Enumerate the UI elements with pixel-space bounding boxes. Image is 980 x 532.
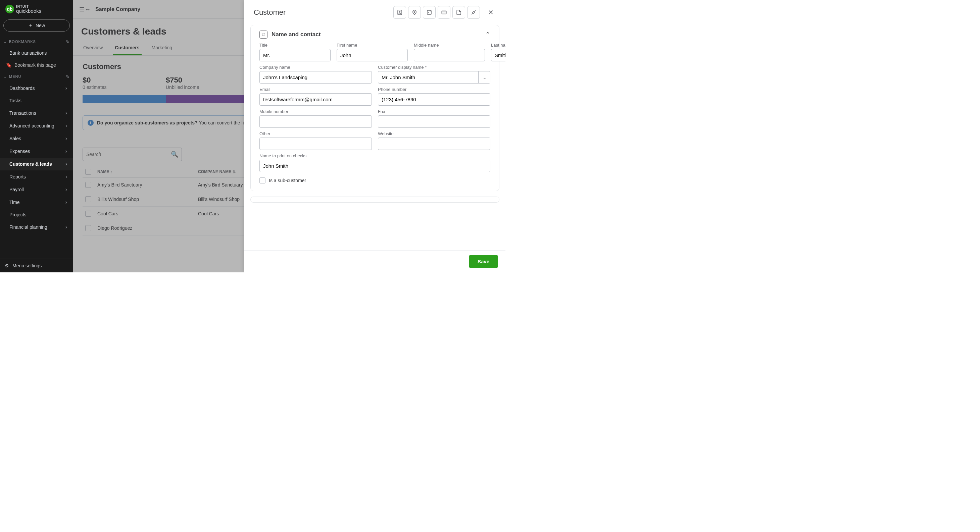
sidebar-item-expenses[interactable]: Expenses› bbox=[0, 145, 73, 158]
cell-name: Diego Rodriguez bbox=[97, 226, 198, 231]
chevron-right-icon: › bbox=[65, 148, 67, 154]
mobile-label: Mobile number bbox=[259, 109, 372, 114]
sidebar-item-time[interactable]: Time› bbox=[0, 196, 73, 209]
svg-point-2 bbox=[414, 11, 415, 13]
logo-brand-large: quickbooks bbox=[16, 8, 41, 13]
tab-marketing[interactable]: Marketing bbox=[150, 41, 174, 56]
bar-unbilled[interactable] bbox=[166, 95, 249, 103]
last-name-field[interactable] bbox=[491, 49, 506, 61]
sidebar-item-bank-transactions[interactable]: Bank transactions bbox=[0, 47, 73, 59]
tab-customers[interactable]: Customers bbox=[113, 41, 141, 56]
display-name-label: Customer display name * bbox=[378, 65, 490, 70]
document-icon[interactable] bbox=[452, 6, 465, 19]
sidebar-item-advanced-accounting[interactable]: Advanced accounting› bbox=[0, 119, 73, 132]
gear-icon: ⚙ bbox=[5, 263, 9, 268]
search-input[interactable] bbox=[86, 152, 171, 157]
row-checkbox[interactable] bbox=[85, 225, 91, 231]
sidebar-item-transactions[interactable]: Transactions› bbox=[0, 107, 73, 119]
chevron-down-icon[interactable]: ⌄ bbox=[478, 71, 490, 84]
fax-label: Fax bbox=[378, 109, 490, 114]
printname-field[interactable] bbox=[259, 160, 490, 172]
fax-field[interactable] bbox=[378, 115, 490, 128]
title-field[interactable] bbox=[259, 49, 331, 61]
info-bold: Do you organize sub-customers as project… bbox=[97, 120, 198, 125]
pencil-icon[interactable]: ✎ bbox=[65, 39, 70, 44]
other-label: Other bbox=[259, 131, 372, 136]
search-box[interactable]: 🔍 bbox=[83, 148, 182, 161]
bar-estimates[interactable] bbox=[83, 95, 166, 103]
kpi-unbilled: $750 Unbilled income bbox=[166, 76, 249, 90]
sidebar-item-financial-planning[interactable]: Financial planning› bbox=[0, 221, 73, 233]
bookmark-this-page[interactable]: 🔖 Bookmark this page bbox=[0, 59, 73, 71]
sidebar-item-label: Financial planning bbox=[10, 224, 47, 230]
cell-name: Amy's Bird Sanctuary bbox=[97, 182, 198, 187]
menu-settings-label: Menu settings bbox=[13, 263, 41, 268]
select-all-checkbox[interactable] bbox=[85, 169, 91, 175]
last-name-label: Last name bbox=[491, 43, 506, 48]
sidebar-item-label: Transactions bbox=[10, 110, 36, 116]
email-field[interactable] bbox=[259, 93, 372, 106]
sidebar-item-dashboards[interactable]: Dashboards› bbox=[0, 82, 73, 95]
company-name: Sample Company bbox=[95, 6, 140, 13]
sidebar-item-label: Expenses bbox=[10, 149, 30, 154]
card-title: Name and contact bbox=[272, 31, 320, 38]
sidebar-item-label: Sales bbox=[10, 136, 21, 141]
sidebar-item-payroll[interactable]: Payroll› bbox=[0, 183, 73, 196]
row-checkbox[interactable] bbox=[85, 196, 91, 202]
col-name-header[interactable]: NAME↑ bbox=[97, 169, 198, 174]
close-button[interactable]: ✕ bbox=[485, 7, 496, 18]
info-icon: i bbox=[88, 120, 94, 126]
sidebar-item-customers-leads[interactable]: Customers & leads› bbox=[0, 158, 73, 170]
kpi-amount: $0 bbox=[83, 76, 166, 84]
name-contact-card: ☖ Name and contact ⌃ Title First name Mi… bbox=[250, 25, 500, 191]
menu-header[interactable]: ⌄ MENU ✎ bbox=[0, 71, 73, 82]
bookmark-icon: 🔖 bbox=[6, 62, 12, 68]
search-icon[interactable]: 🔍 bbox=[171, 151, 178, 158]
pencil-icon[interactable]: ✎ bbox=[65, 74, 70, 79]
new-button[interactable]: ＋ New bbox=[3, 19, 70, 32]
chevron-right-icon: › bbox=[65, 110, 67, 116]
sidebar-item-tasks[interactable]: Tasks bbox=[0, 95, 73, 107]
sidebar-item-label: Advanced accounting bbox=[10, 123, 54, 129]
menu-settings[interactable]: ⚙ Menu settings bbox=[0, 259, 73, 272]
kpi-sub: 0 estimates bbox=[83, 84, 166, 90]
phone-field[interactable] bbox=[378, 93, 490, 106]
company-name-label: Company name bbox=[259, 65, 372, 70]
chevron-down-icon: ⌄ bbox=[3, 39, 7, 44]
tab-overview[interactable]: Overview bbox=[81, 41, 105, 56]
chevron-right-icon: › bbox=[65, 135, 67, 141]
note-icon[interactable] bbox=[423, 6, 436, 19]
display-name-field[interactable] bbox=[378, 71, 490, 84]
hamburger-icon[interactable]: ☰↔ bbox=[79, 6, 91, 13]
chevron-right-icon: › bbox=[65, 161, 67, 167]
chevron-right-icon: › bbox=[65, 85, 67, 91]
save-button[interactable]: Save bbox=[469, 255, 498, 268]
chevron-up-icon[interactable]: ⌃ bbox=[485, 31, 490, 38]
sidebar-item-sales[interactable]: Sales› bbox=[0, 132, 73, 145]
location-icon[interactable] bbox=[408, 6, 421, 19]
credit-card-icon[interactable] bbox=[438, 6, 450, 19]
row-checkbox[interactable] bbox=[85, 211, 91, 217]
contact-card-icon[interactable] bbox=[393, 6, 406, 19]
sidebar-item-label: Time bbox=[10, 200, 20, 205]
mobile-field[interactable] bbox=[259, 115, 372, 128]
sidebar-item-label: Customers & leads bbox=[10, 161, 52, 167]
other-field[interactable] bbox=[259, 138, 372, 150]
sub-customer-checkbox[interactable] bbox=[259, 178, 266, 184]
row-checkbox[interactable] bbox=[85, 182, 91, 188]
panel-title: Customer bbox=[254, 8, 286, 17]
sub-customer-label: Is a sub-customer bbox=[269, 178, 306, 183]
bookmarks-header[interactable]: ⌄ BOOKMARKS ✎ bbox=[0, 36, 73, 47]
sidebar-item-reports[interactable]: Reports› bbox=[0, 170, 73, 183]
bookmark-label: Bookmark this page bbox=[14, 62, 56, 68]
first-name-label: First name bbox=[337, 43, 408, 48]
company-name-field[interactable] bbox=[259, 71, 372, 84]
sidebar-item-projects[interactable]: Projects bbox=[0, 209, 73, 221]
first-name-field[interactable] bbox=[337, 49, 408, 61]
customer-panel: Customer ✕ ☖ Name and contact ⌃ Title Fi… bbox=[244, 0, 506, 272]
middle-name-field[interactable] bbox=[414, 49, 485, 61]
website-field[interactable] bbox=[378, 138, 490, 150]
sidebar-item-label: Projects bbox=[10, 212, 27, 218]
chevron-right-icon: › bbox=[65, 199, 67, 205]
tools-icon[interactable] bbox=[467, 6, 480, 19]
